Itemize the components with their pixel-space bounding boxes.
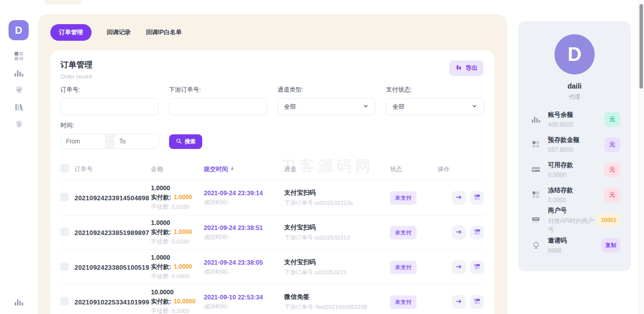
- order-options-button[interactable]: [470, 295, 484, 309]
- page-title: 订单管理: [60, 60, 484, 70]
- fee-label: 手续费:: [151, 273, 170, 279]
- channel-name: 微信免签: [284, 293, 390, 301]
- profile-stat-item: 可用存款 0.0000 元: [531, 157, 620, 182]
- export-label: 导出: [465, 64, 477, 72]
- stat-badge: 元: [604, 163, 620, 177]
- search-button[interactable]: 搜索: [169, 134, 202, 149]
- fee-value: 0.0000: [172, 273, 189, 279]
- export-icon: [455, 64, 462, 72]
- left-sidebar: D: [0, 0, 38, 314]
- pay-status-label: 支付状态:: [386, 86, 484, 94]
- channel-type-value: 全部: [284, 103, 296, 111]
- arrow-right-icon: [455, 228, 462, 237]
- order-detail-button[interactable]: [452, 295, 466, 309]
- order-options-button[interactable]: [470, 225, 484, 240]
- paid-value: 10.0000: [174, 298, 195, 305]
- date-from-input[interactable]: [61, 134, 105, 148]
- paid-value: 1.0000: [174, 194, 192, 201]
- select-all-checkbox[interactable]: [60, 164, 69, 173]
- channel-name: 支付宝扫码: [284, 189, 390, 197]
- stat-badge: 10001: [597, 213, 620, 226]
- table-row: 20210924233914504898 1.0000 实付款: 1.0000 …: [60, 180, 484, 215]
- channel-type-select[interactable]: 全部: [278, 98, 376, 115]
- tab-callback-ip-whitelist[interactable]: 回调IP白名单: [146, 28, 182, 37]
- profile-role: 代理: [518, 93, 631, 101]
- order-detail-button[interactable]: [452, 260, 466, 274]
- sidebar-nav-item[interactable]: [13, 120, 26, 130]
- stat-value: 8888: [548, 247, 601, 254]
- toggle-icon: [473, 263, 481, 272]
- order-options-button[interactable]: [470, 260, 484, 274]
- range-separator: ···: [105, 134, 114, 148]
- sidebar-nav-item[interactable]: [13, 86, 26, 96]
- arrow-right-icon: [455, 263, 462, 272]
- stat-badge[interactable]: 复制: [601, 238, 620, 253]
- date-to-input[interactable]: [114, 134, 158, 148]
- stat-value: 400.8500: [548, 121, 604, 128]
- channel-type-label: 通道类型:: [278, 86, 376, 94]
- order-no-input[interactable]: [60, 98, 158, 115]
- success-time-label: 成功时间:: [204, 199, 228, 205]
- fee-value: 0.2000: [172, 308, 189, 314]
- success-time-value: -: [228, 269, 230, 275]
- main-content-area: 订单管理 回调记录 回调IP白名单 订单管理 Order record 导出 订…: [38, 14, 507, 314]
- tab-callback-records[interactable]: 回调记录: [107, 28, 131, 37]
- profile-stat-item: 商户号 对接API时的商户号 10001: [531, 207, 620, 232]
- row-checkbox[interactable]: [60, 297, 69, 305]
- channel-name: 支付宝扫码: [284, 223, 390, 232]
- table-row: 20210924233851989897 1.0000 实付款: 1.0000 …: [60, 215, 484, 250]
- time-filter-row: 时间: ··· 搜索: [60, 121, 484, 149]
- sidebar-nav-item[interactable]: [13, 51, 26, 62]
- page-subtitle: Order record: [60, 73, 484, 80]
- col-status: 状态: [390, 165, 438, 174]
- fee-label: 手续费:: [151, 308, 170, 314]
- downstream-label: 下游订单号:: [284, 234, 315, 241]
- row-checkbox[interactable]: [60, 193, 69, 201]
- fee-value: 0.0330: [172, 204, 189, 210]
- decor-blob: [44, 0, 82, 5]
- sort-down-icon: [229, 166, 235, 173]
- paid-value: 1.0000: [174, 263, 192, 270]
- order-detail-button[interactable]: [452, 191, 466, 205]
- profile-stat-item: 邀请码 8888 复制: [531, 232, 620, 258]
- col-submit-time-sort[interactable]: 提交时间: [204, 165, 284, 174]
- bar-chart-icon: [531, 115, 540, 124]
- pay-status-select[interactable]: 全部: [386, 98, 484, 115]
- order-number: 20210924233851989897: [74, 229, 151, 237]
- scrollbar-thumb[interactable]: [639, 4, 643, 89]
- stat-badge: 元: [604, 112, 620, 127]
- table-row: 20210910225334101999 10.0000 实付款: 10.000…: [60, 284, 484, 314]
- profile-stat-item: 账号余额 400.8500 元: [531, 107, 620, 132]
- profile-stat-item: 预存款金额 597.8500 元: [531, 132, 620, 157]
- fee-label: 手续费:: [151, 239, 170, 245]
- stat-badge: 元: [604, 188, 620, 202]
- table-row: 20210924233805100519 1.0000 实付款: 1.0000 …: [60, 250, 484, 284]
- stat-value: 0.0000: [548, 172, 604, 179]
- toggle-icon: [473, 228, 481, 237]
- export-button[interactable]: 导出: [449, 60, 484, 76]
- success-time-label: 成功时间:: [204, 303, 228, 309]
- tab-order-management[interactable]: 订单管理: [50, 24, 92, 41]
- order-number: 20210924233914504898: [74, 194, 151, 202]
- scrollbar-track[interactable]: [638, 0, 644, 314]
- row-checkbox[interactable]: [60, 262, 69, 271]
- downstream-order-id: sd102532213s: [315, 200, 353, 206]
- stat-title: 商户号: [548, 206, 597, 215]
- bar-chart-icon: [14, 297, 24, 309]
- order-number: 20210910225334101999: [74, 298, 151, 306]
- sidebar-nav-item[interactable]: [13, 68, 26, 79]
- profile-stat-item: 冻结存款 0.0000 元: [531, 182, 620, 207]
- submit-time: 2021-09-24 23:39:14: [204, 190, 284, 197]
- sidebar-nav-item[interactable]: [13, 103, 26, 113]
- orders-table: 刀客源码网 订单号 金额 提交时间 通道 状态 操作: [60, 160, 484, 314]
- downstream-order-no-input[interactable]: [169, 98, 267, 115]
- row-checkbox[interactable]: [60, 227, 69, 236]
- downstream-order-id: Test2021091052238: [315, 304, 367, 310]
- paid-label: 实付款:: [151, 228, 171, 236]
- order-options-button[interactable]: [470, 191, 484, 205]
- order-detail-button[interactable]: [452, 225, 466, 240]
- downstream-order-no-label: 下游订单号:: [169, 86, 267, 94]
- stat-title: 冻结存款: [548, 186, 604, 195]
- amount-value: 1.0000: [151, 185, 204, 192]
- dashboard-grid-icon: [14, 51, 24, 62]
